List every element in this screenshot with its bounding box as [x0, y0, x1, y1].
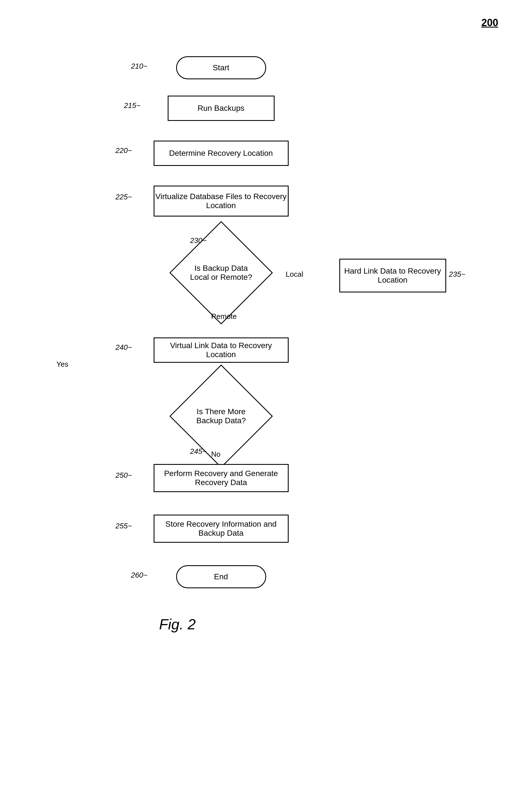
- label-220: 220~: [116, 146, 132, 155]
- run-backups-node: Run Backups: [168, 96, 275, 121]
- end-node: End: [176, 565, 266, 588]
- virtualize-db-label: Virtualize Database Files to Recovery Lo…: [154, 192, 288, 210]
- page: 200: [0, 0, 532, 811]
- label-230: 230~: [190, 236, 207, 245]
- label-255: 255~: [116, 522, 132, 530]
- figure-number: 200: [481, 17, 498, 29]
- label-245: 245~: [190, 447, 207, 456]
- hard-link-node: Hard Link Data to Recovery Location: [339, 259, 446, 292]
- is-more-backup-wrapper: Is There More Backup Data?: [168, 380, 275, 453]
- is-local-remote-wrapper: Is Backup Data Local or Remote?: [168, 236, 275, 309]
- is-more-backup-text: Is There More Backup Data?: [185, 381, 257, 452]
- is-more-backup-diamond: Is There More Backup Data?: [169, 365, 273, 468]
- hard-link-label: Hard Link Data to Recovery Location: [340, 266, 445, 285]
- label-225: 225~: [116, 193, 132, 201]
- virtualize-db-node: Virtualize Database Files to Recovery Lo…: [154, 186, 289, 216]
- label-235: 235~: [449, 270, 466, 279]
- is-local-remote-diamond: Is Backup Data Local or Remote?: [169, 221, 273, 324]
- virtual-link-label: Virtual Link Data to Recovery Location: [154, 341, 288, 359]
- is-local-remote-text: Is Backup Data Local or Remote?: [185, 237, 257, 308]
- label-240: 240~: [116, 343, 132, 352]
- remote-label: Remote: [211, 312, 237, 321]
- yes-label: Yes: [57, 360, 69, 369]
- label-215: 215~: [124, 101, 141, 110]
- perform-recovery-node: Perform Recovery and Generate Recovery D…: [154, 464, 289, 492]
- store-recovery-node: Store Recovery Information and Backup Da…: [154, 515, 289, 543]
- determine-recovery-node: Determine Recovery Location: [154, 141, 289, 166]
- label-210: 210~: [131, 62, 148, 71]
- store-recovery-label: Store Recovery Information and Backup Da…: [154, 520, 288, 538]
- perform-recovery-label: Perform Recovery and Generate Recovery D…: [154, 469, 288, 487]
- figure-caption: Fig. 2: [159, 616, 196, 633]
- run-backups-label: Run Backups: [197, 104, 244, 113]
- label-250: 250~: [116, 471, 132, 480]
- label-260: 260~: [131, 571, 148, 580]
- local-label: Local: [286, 270, 303, 279]
- start-node: Start: [176, 56, 266, 79]
- determine-recovery-label: Determine Recovery Location: [169, 149, 273, 158]
- virtual-link-node: Virtual Link Data to Recovery Location: [154, 337, 289, 363]
- start-label: Start: [213, 63, 229, 72]
- end-label: End: [214, 572, 228, 581]
- no-label: No: [211, 450, 221, 459]
